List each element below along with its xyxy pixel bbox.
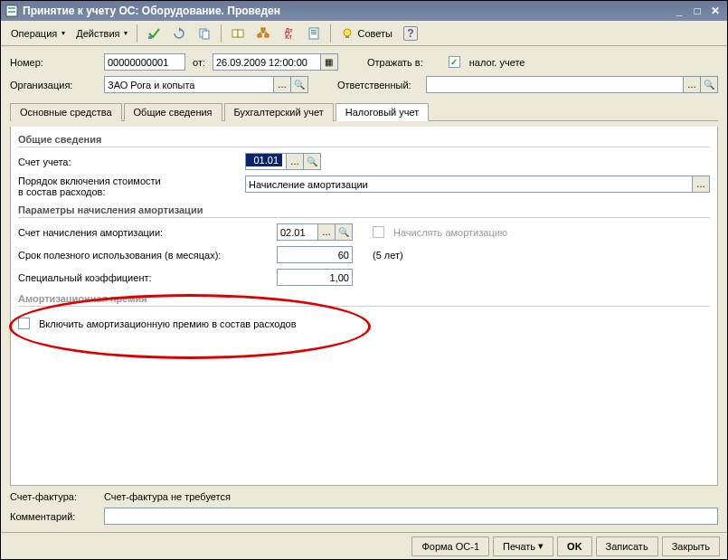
- org-label: Организация:: [10, 80, 99, 90]
- post-button[interactable]: [142, 24, 165, 43]
- operation-menu[interactable]: Операция▾: [6, 24, 70, 43]
- svg-rect-3: [148, 36, 152, 39]
- useful-life-input[interactable]: [277, 246, 353, 263]
- useful-life-hint: (5 лет): [373, 250, 403, 261]
- maximize-button[interactable]: □: [689, 4, 705, 18]
- cost-order-input[interactable]: [245, 176, 693, 193]
- calendar-icon: ▦: [325, 57, 333, 67]
- svg-rect-5: [203, 31, 209, 39]
- section-amort: Параметры начисления амортизации: [18, 204, 710, 218]
- responsible-input[interactable]: [426, 76, 684, 93]
- search-icon: 🔍: [307, 157, 317, 166]
- app-icon: [5, 4, 19, 18]
- responsible-ellipsis-button[interactable]: …: [684, 76, 701, 93]
- calc-amort-label: Начислять амортизацию: [393, 227, 507, 238]
- tabs: Основные средства Общие сведения Бухгалт…: [10, 102, 718, 121]
- titlebar: Принятие к учету ОС: Оборудование. Прове…: [1, 1, 727, 21]
- copy-icon: [197, 26, 212, 41]
- bulb-icon: [340, 26, 355, 41]
- help-icon: ?: [403, 26, 418, 41]
- statusbar: Форма ОС-1 Печать▾ OK Записать Закрыть: [1, 532, 727, 559]
- coef-label: Специальный коэффициент:: [18, 272, 271, 283]
- acct-input[interactable]: 01.01: [245, 153, 287, 170]
- cost-order-label: Порядок включения стоимости в состав рас…: [18, 176, 240, 197]
- calendar-button[interactable]: ▦: [321, 53, 338, 71]
- svg-rect-1: [8, 7, 15, 9]
- close-form-button[interactable]: Закрыть: [662, 536, 720, 556]
- amort-acct-ellipsis-button[interactable]: …: [318, 223, 336, 241]
- close-button[interactable]: ✕: [707, 4, 723, 18]
- dtkt-button[interactable]: ДтКт: [277, 24, 300, 43]
- actions-menu[interactable]: Действия▾: [71, 24, 132, 43]
- premium-check-label: Включить амортизационную премию в состав…: [39, 318, 297, 329]
- search-icon: 🔍: [704, 80, 714, 90]
- tab-fixed-assets[interactable]: Основные средства: [10, 103, 122, 121]
- svg-rect-14: [311, 33, 317, 34]
- refresh-button[interactable]: [167, 24, 191, 43]
- tab-general-info[interactable]: Общие сведения: [124, 103, 222, 121]
- cost-order-ellipsis-button[interactable]: …: [693, 176, 710, 193]
- post-icon: [147, 26, 161, 41]
- responsible-label: Ответственный:: [337, 80, 421, 90]
- tips-button[interactable]: Советы: [336, 24, 396, 43]
- svg-rect-9: [258, 34, 261, 37]
- amort-acct-input[interactable]: [277, 223, 318, 241]
- calc-amort-checkbox: [373, 226, 384, 238]
- report-icon: [307, 26, 321, 41]
- save-button[interactable]: Записать: [596, 536, 658, 556]
- date-input[interactable]: [213, 53, 321, 71]
- reflect-label: Отражать в:: [367, 57, 423, 68]
- responsible-search-button[interactable]: 🔍: [701, 76, 718, 93]
- search-icon: 🔍: [294, 80, 305, 90]
- from-label: от:: [193, 57, 205, 68]
- acct-label: Счет учета:: [18, 157, 240, 167]
- svg-point-15: [344, 29, 351, 36]
- svg-rect-8: [261, 28, 265, 31]
- report-button[interactable]: [302, 24, 326, 43]
- invoice-label: Счет-фактура:: [10, 491, 99, 502]
- amort-acct-search-button[interactable]: 🔍: [336, 223, 353, 241]
- useful-life-label: Срок полезного использования (в месяцах)…: [18, 250, 271, 261]
- comment-label: Комментарий:: [10, 511, 99, 522]
- window: Принятие к учету ОС: Оборудование. Прове…: [0, 0, 728, 560]
- window-title: Принятие к учету ОС: Оборудование. Прове…: [23, 5, 280, 17]
- search-icon: 🔍: [338, 227, 349, 237]
- org-ellipsis-button[interactable]: …: [274, 76, 291, 93]
- invoice-value: Счет-фактура не требуется: [104, 491, 231, 502]
- toolbar: Операция▾ Действия▾ ДтКт Советы ?: [1, 21, 727, 46]
- tax-account-checkbox[interactable]: [449, 56, 460, 68]
- struct-icon: [256, 26, 270, 41]
- tab-accounting[interactable]: Бухгалтерский учет: [224, 103, 334, 121]
- link-icon: [231, 26, 245, 41]
- minimize-button[interactable]: _: [671, 4, 687, 18]
- copy-button[interactable]: [193, 24, 216, 43]
- refresh-icon: [172, 26, 186, 41]
- acct-ellipsis-button[interactable]: …: [287, 153, 304, 170]
- premium-checkbox[interactable]: [18, 318, 30, 329]
- ok-button[interactable]: OK: [557, 536, 592, 556]
- amort-acct-label: Счет начисления амортизации:: [18, 227, 271, 238]
- form-os1-button[interactable]: Форма ОС-1: [411, 536, 489, 556]
- help-button[interactable]: ?: [399, 24, 422, 43]
- dtkt-icon: ДтКт: [281, 26, 296, 41]
- acct-search-button[interactable]: 🔍: [304, 153, 321, 170]
- svg-rect-12: [311, 30, 317, 31]
- coef-input[interactable]: [277, 269, 353, 286]
- number-input[interactable]: [104, 53, 185, 71]
- svg-rect-6: [232, 30, 238, 37]
- tab-tax-accounting[interactable]: Налоговый учет: [336, 103, 430, 121]
- svg-rect-13: [311, 32, 317, 33]
- struct-button[interactable]: [251, 24, 275, 43]
- premium-section: Включить амортизационную премию в состав…: [18, 312, 710, 356]
- org-search-button[interactable]: 🔍: [291, 76, 308, 93]
- form-body: Номер: от: ▦ Отражать в: налог. учете Ор…: [1, 46, 727, 532]
- org-input[interactable]: [104, 76, 274, 93]
- svg-rect-16: [345, 36, 349, 38]
- tax-tab-pane: Общие сведения Счет учета: 01.01 … 🔍 Пор…: [10, 127, 718, 486]
- print-button[interactable]: Печать▾: [493, 536, 553, 556]
- svg-rect-2: [8, 11, 15, 13]
- link-button[interactable]: [226, 24, 250, 43]
- section-premium: Амортизационная премия: [18, 293, 710, 307]
- number-label: Номер:: [10, 57, 99, 68]
- comment-input[interactable]: [104, 508, 718, 525]
